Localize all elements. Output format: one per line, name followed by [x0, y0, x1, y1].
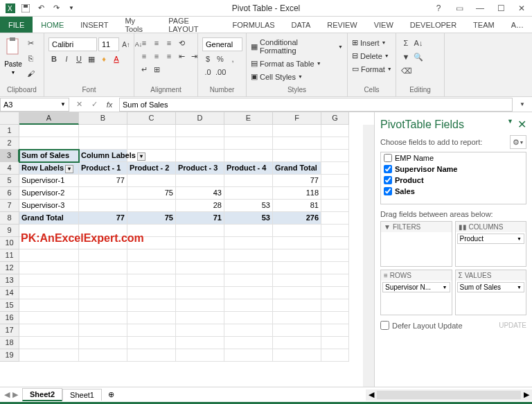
autosum-icon[interactable]: Σ: [400, 37, 411, 49]
cell[interactable]: [19, 337, 79, 349]
cell[interactable]: [321, 299, 349, 312]
cell[interactable]: [321, 237, 349, 249]
wrap-text-icon[interactable]: ↵: [139, 64, 150, 75]
cell[interactable]: [321, 225, 349, 237]
cell[interactable]: [176, 150, 224, 162]
field-item[interactable]: Sales: [381, 186, 526, 197]
cell[interactable]: [224, 349, 273, 362]
sheet-tab-sheet2[interactable]: Sheet2: [22, 388, 62, 401]
cell[interactable]: [224, 312, 273, 324]
cell[interactable]: [176, 349, 224, 362]
values-area[interactable]: ΣVALUES Sum of Sales▼: [455, 270, 527, 315]
paste-dropdown-icon[interactable]: ▼: [11, 70, 16, 75]
formula-input[interactable]: Sum of Sales: [119, 98, 513, 112]
cell[interactable]: [176, 287, 224, 299]
cell[interactable]: [273, 299, 321, 312]
cell[interactable]: [176, 262, 224, 274]
row-header[interactable]: 8: [0, 212, 19, 225]
align-right-icon[interactable]: ≡: [163, 51, 175, 62]
cell[interactable]: Product - 1: [79, 162, 127, 175]
cell[interactable]: 276: [273, 212, 321, 225]
row-header[interactable]: 13: [0, 274, 19, 287]
cell[interactable]: [321, 274, 349, 287]
tab-file[interactable]: FILE: [0, 17, 33, 33]
ribbon-display-icon[interactable]: ▭: [449, 1, 470, 16]
cell[interactable]: [127, 299, 176, 312]
find-icon[interactable]: 🔍: [413, 51, 424, 62]
cell[interactable]: [273, 262, 321, 274]
row-header[interactable]: 3: [0, 150, 19, 162]
cell[interactable]: 81: [273, 200, 321, 212]
field-item[interactable]: Supervisor Name: [381, 164, 526, 175]
cell[interactable]: [273, 125, 321, 137]
cell[interactable]: [79, 187, 127, 200]
save-icon[interactable]: [21, 3, 30, 13]
worksheet-grid[interactable]: ABCDEFG PK:AnExcelExpert.com 123Sum of S…: [0, 112, 374, 387]
cell[interactable]: [79, 249, 127, 262]
cell[interactable]: [127, 349, 176, 362]
enter-formula-icon[interactable]: ✓: [89, 99, 100, 110]
fx-icon[interactable]: fx: [104, 99, 115, 110]
row-header[interactable]: 2: [0, 137, 19, 150]
cell[interactable]: [273, 324, 321, 337]
cell[interactable]: [19, 299, 79, 312]
tab-review[interactable]: REVIEW: [319, 17, 365, 33]
increase-decimal-icon[interactable]: .0: [202, 67, 213, 78]
cell[interactable]: [321, 125, 349, 137]
comma-icon[interactable]: ,: [227, 53, 238, 64]
row-header[interactable]: 18: [0, 337, 19, 349]
currency-icon[interactable]: $: [202, 53, 213, 64]
name-box[interactable]: A3▼: [0, 98, 69, 112]
row-header[interactable]: 14: [0, 287, 19, 299]
cell[interactable]: 43: [176, 187, 224, 200]
cell[interactable]: [273, 349, 321, 362]
align-center-icon[interactable]: ≡: [151, 51, 162, 62]
cell[interactable]: [176, 225, 224, 237]
cell[interactable]: [224, 249, 273, 262]
format-cells-button[interactable]: ▭Format▼: [352, 64, 392, 74]
cell[interactable]: 77: [79, 212, 127, 225]
clear-icon[interactable]: ⌫: [400, 65, 413, 76]
values-chip[interactable]: Sum of Sales▼: [457, 282, 525, 292]
cell[interactable]: [127, 249, 176, 262]
row-header[interactable]: 10: [0, 237, 19, 249]
cell[interactable]: Supervisor-1: [19, 175, 79, 187]
field-item[interactable]: EMP Name: [381, 152, 526, 164]
copy-icon[interactable]: ⎘: [25, 53, 36, 64]
cell[interactable]: [321, 175, 349, 187]
cell[interactable]: [79, 262, 127, 274]
cell[interactable]: [79, 299, 127, 312]
cell[interactable]: [127, 287, 176, 299]
cell[interactable]: [321, 287, 349, 299]
col-header-B[interactable]: B: [79, 112, 127, 125]
vertical-scrollbar[interactable]: [363, 125, 374, 387]
undo-icon[interactable]: ↶: [36, 3, 46, 13]
font-name-combo[interactable]: Calibri: [48, 37, 97, 51]
tab-team[interactable]: TEAM: [465, 17, 503, 33]
sheet-tab-sheet1[interactable]: Sheet1: [62, 389, 102, 401]
cell[interactable]: [19, 349, 79, 362]
cell[interactable]: [19, 125, 79, 137]
cell[interactable]: [321, 324, 349, 337]
cell[interactable]: [176, 299, 224, 312]
cell[interactable]: [19, 287, 79, 299]
row-header[interactable]: 15: [0, 299, 19, 312]
orientation-icon[interactable]: ⟲: [176, 37, 187, 49]
cell[interactable]: Supervisor-2: [19, 187, 79, 200]
cell[interactable]: [176, 237, 224, 249]
cell[interactable]: [224, 299, 273, 312]
insert-cells-button[interactable]: ⊞Insert▼: [352, 37, 386, 48]
row-header[interactable]: 5: [0, 175, 19, 187]
merge-icon[interactable]: ⊞: [151, 64, 162, 75]
row-header[interactable]: 12: [0, 262, 19, 274]
row-header[interactable]: 17: [0, 324, 19, 337]
cell[interactable]: [273, 249, 321, 262]
cell[interactable]: [321, 150, 349, 162]
cell[interactable]: [224, 337, 273, 349]
cell[interactable]: [321, 200, 349, 212]
cell[interactable]: [127, 262, 176, 274]
row-header[interactable]: 6: [0, 187, 19, 200]
cell[interactable]: [224, 150, 273, 162]
cell[interactable]: [273, 312, 321, 324]
cell[interactable]: [79, 312, 127, 324]
